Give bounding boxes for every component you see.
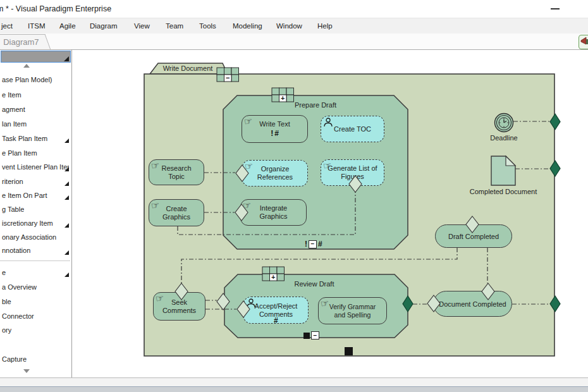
palette-item-discretionary-item[interactable]: iscretionary Item	[0, 217, 71, 230]
menu-window[interactable]: Window	[276, 22, 302, 30]
tool-palette: ase Plan Model) e Item agment lan Item T…	[0, 50, 72, 377]
palette-item-case-item[interactable]: e Item	[0, 89, 71, 102]
task-create-graphics[interactable]: ☞ Create Graphics	[149, 199, 204, 226]
visual-paradigm-window: m * - Visual Paradigm Enterprise ject IT…	[0, 0, 588, 392]
manual-task-icon: ☞	[242, 199, 252, 211]
submenu-corner-icon	[64, 273, 69, 277]
palette-scroll-up-icon[interactable]	[23, 64, 30, 68]
palette-scroll-down-icon[interactable]	[23, 369, 30, 373]
submenu-corner-icon	[64, 138, 69, 143]
manual-task-icon: ☞	[150, 199, 161, 211]
palette-item-diagram-overview[interactable]: a Overview	[0, 281, 71, 294]
task-seek-comments[interactable]: ☞ Seek Comments	[153, 292, 205, 321]
status-bar	[0, 377, 588, 387]
task-label: Create Graphics	[157, 205, 196, 221]
task-label: Create TOC	[334, 125, 371, 133]
palette-item-planning-table[interactable]: g Table	[0, 204, 71, 216]
task-generate-list-of-figures[interactable]: ☞ Generate List of Figures	[321, 159, 384, 186]
autocomplete-icon	[303, 333, 310, 339]
menu-project[interactable]: ject	[1, 22, 13, 30]
diagram-tab-bar	[0, 34, 588, 50]
palette-item-task-plan-item[interactable]: Task Plan Item	[0, 133, 71, 145]
task-label: Generate List of Figures	[328, 164, 377, 181]
repetition-icon: #	[274, 316, 278, 325]
menu-modeling[interactable]: Modeling	[233, 22, 262, 30]
task-label: Integrate Graphics	[251, 204, 296, 221]
palette-item-case-plan-model[interactable]: ase Plan Model)	[0, 74, 71, 87]
task-accept-reject-comments[interactable]: Accept/Reject Comments #	[243, 297, 309, 324]
menu-itsm[interactable]: ITSM	[28, 22, 45, 30]
palette-item-capture[interactable]: Capture	[0, 353, 71, 366]
task-organize-references[interactable]: ☞ Organize References	[242, 160, 308, 187]
stage-review-draft-label: Review Draft	[270, 280, 358, 288]
submenu-corner-icon	[64, 250, 69, 255]
palette-item-discretionary-association[interactable]: onary Association	[0, 231, 71, 244]
milestone-document-completed[interactable]: Document Completed	[433, 291, 512, 317]
prepare-draft-decorators: ! − #	[305, 240, 322, 248]
menu-agile[interactable]: Agile	[59, 22, 76, 30]
user-task-icon	[324, 118, 333, 127]
tab-diagram7[interactable]: Diagram7	[0, 34, 51, 50]
palette-item-event-listener-plan-item[interactable]: vent Listener Plan Item	[0, 161, 71, 174]
review-draft-decorators: −	[303, 331, 319, 340]
submenu-corner-icon	[64, 56, 69, 61]
task-integrate-graphics[interactable]: ☞ Integrate Graphics	[240, 199, 307, 226]
menu-tools[interactable]: Tools	[199, 22, 216, 30]
milestone-label: Draft Completed	[448, 233, 499, 240]
task-label: Research Topic	[157, 164, 196, 181]
palette-item-case-item-on-part[interactable]: e Item On Part	[0, 190, 71, 202]
task-label: Seek Comments	[160, 298, 199, 315]
task-label: Verify Grammar and Spelling	[328, 303, 377, 319]
manual-task-icon: ☞	[322, 159, 333, 171]
menu-help[interactable]: Help	[317, 22, 333, 30]
palette-item-note[interactable]: e	[0, 267, 71, 279]
manual-task-icon: ☞	[243, 115, 254, 127]
completed-document-label: Completed Document	[466, 188, 541, 195]
task-decorators: ! #	[271, 129, 279, 138]
palette-item-connector[interactable]: Connector	[0, 310, 71, 323]
manual-task-icon: ☞	[244, 160, 254, 172]
milestone-label: Document Completed	[439, 300, 506, 308]
submenu-corner-icon	[64, 195, 69, 200]
menu-view[interactable]: View	[134, 22, 150, 30]
palette-selected-tool[interactable]	[1, 51, 71, 63]
palette-item-stage-plan-item[interactable]: e Plan Item	[0, 147, 71, 160]
user-task-icon	[247, 298, 255, 308]
repetition-icon: #	[274, 129, 279, 138]
task-verify-grammar[interactable]: ☞ Verify Grammar and Spelling	[318, 297, 387, 324]
announcement-button[interactable]	[579, 35, 588, 49]
required-icon: !	[271, 129, 273, 138]
submenu-corner-icon	[64, 181, 69, 186]
palette-item-annotation[interactable]: nnotation	[0, 245, 71, 257]
menu-diagram[interactable]: Diagram	[90, 22, 117, 30]
tab-diagram7-label: Diagram7	[0, 35, 47, 50]
palette-item-plan-item[interactable]: lan Item	[0, 118, 71, 131]
task-create-toc[interactable]: Create TOC	[321, 116, 384, 142]
palette-item-table[interactable]: ble	[0, 296, 71, 309]
minimize-button[interactable]	[551, 8, 560, 9]
palette-separator	[0, 260, 70, 261]
megaphone-icon	[580, 36, 588, 47]
window-title: m * - Visual Paradigm Enterprise	[0, 4, 111, 13]
palette-item-criterion[interactable]: riterion	[0, 176, 71, 188]
repetition-icon: #	[318, 240, 322, 248]
milestone-draft-completed[interactable]: Draft Completed	[435, 224, 512, 248]
bottom-bar	[0, 386, 588, 392]
palette-item-plan-fragment[interactable]: agment	[0, 104, 71, 116]
task-label: Write Text	[259, 120, 290, 128]
task-label: Organize References	[252, 165, 298, 181]
palette-item-history[interactable]: ory	[0, 324, 71, 337]
case-plan-label: Write Document	[157, 64, 219, 72]
submenu-corner-icon	[64, 167, 69, 171]
menu-team[interactable]: Team	[166, 22, 183, 30]
required-icon: !	[305, 240, 307, 248]
task-write-text[interactable]: ☞ Write Text ! #	[242, 115, 308, 143]
menu-bar: ject ITSM Agile Diagram View Team Tools …	[0, 18, 588, 34]
collapse-icon: −	[311, 331, 319, 340]
title-bar: m * - Visual Paradigm Enterprise	[0, 0, 588, 18]
manual-task-icon: ☞	[155, 292, 165, 304]
task-research-topic[interactable]: ☞ Research Topic	[149, 159, 204, 185]
stage-prepare-draft-label: Prepare Draft	[271, 101, 360, 109]
submenu-corner-icon	[64, 223, 69, 228]
manual-task-icon: ☞	[150, 159, 161, 171]
